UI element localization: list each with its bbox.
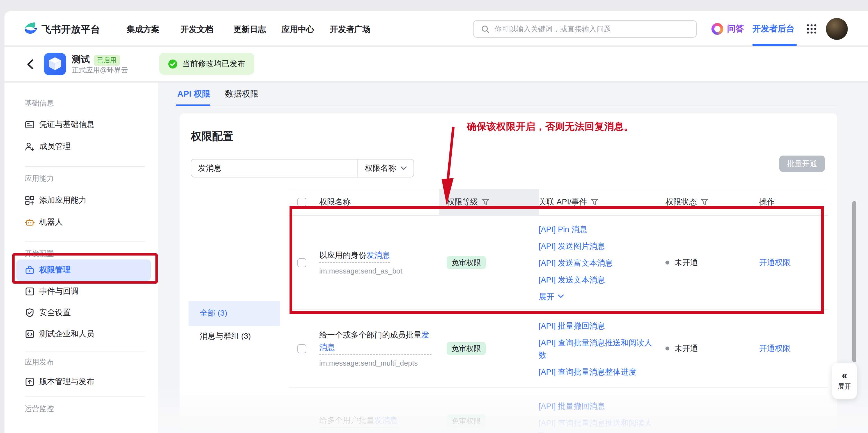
active-nav-underline	[752, 44, 797, 46]
search-filter-select[interactable]: 权限名称	[358, 160, 413, 177]
sidebar-section-capability: 应用能力	[25, 174, 54, 184]
member-add-icon	[25, 142, 35, 152]
sidebar-divider	[25, 166, 145, 167]
col-header-action: 操作	[759, 197, 828, 207]
sidebar-item-label: 事件与回调	[39, 286, 79, 296]
expand-panel-label: 展开	[838, 382, 851, 391]
app-cube-icon	[44, 53, 66, 75]
sidebar-item-test-org[interactable]: 测试企业和人员	[25, 329, 94, 339]
header-checkbox[interactable]	[298, 198, 306, 207]
sidebar-item-version[interactable]: 版本管理与发布	[25, 377, 94, 387]
sidebar-item-credentials[interactable]: 凭证与基础信息	[25, 120, 94, 130]
qa-link[interactable]: 问答	[727, 24, 744, 34]
robot-icon	[25, 217, 35, 227]
nav-link-devplaza[interactable]: 开发者广场	[330, 24, 371, 35]
sidebar-item-label: 安全设置	[39, 308, 71, 318]
sidebar-item-label: 成员管理	[39, 142, 71, 152]
nav-link-solutions[interactable]: 集成方案	[127, 24, 159, 35]
blocks-plus-icon	[25, 196, 35, 206]
group-all[interactable]: 全部 (3)	[188, 301, 280, 326]
screen: 飞书开放平台 集成方案 开发文档 更新日志 应用中心 开发者广场 你可以输入关键…	[0, 0, 868, 433]
permission-search-field[interactable]: 权限名称	[191, 159, 414, 177]
global-search-placeholder: 你可以输入关键词，或直接输入问题	[494, 24, 611, 34]
user-avatar[interactable]	[826, 18, 848, 40]
sidebar-item-label: 添加应用能力	[39, 196, 86, 206]
developer-console-link[interactable]: 开发者后台	[752, 24, 795, 34]
app-subtitle: 正式应用@环界云	[72, 66, 128, 75]
publish-status-text: 当前修改均已发布	[182, 59, 245, 69]
annotation-note: 确保该权限开启，否则无法回复消息。	[467, 120, 634, 133]
table-row: 给一个或多个部门的成员批量发消息 im:message:send_multi_d…	[289, 310, 828, 387]
check-circle-icon	[168, 59, 178, 69]
permission-scope: im:message:send_multi_depts	[319, 358, 434, 368]
group-message[interactable]: 消息与群组 (3)	[188, 330, 280, 343]
app-enabled-badge: 已启用	[94, 55, 120, 66]
filter-funnel-icon[interactable]	[701, 199, 708, 206]
permission-name[interactable]: 给一个或多个部门的成员批量发消息	[319, 328, 432, 355]
logo-text[interactable]: 飞书开放平台	[41, 23, 100, 36]
sidebar-item-members[interactable]: 成员管理	[25, 142, 71, 152]
tab-data-permission[interactable]: 数据权限	[225, 89, 259, 99]
bottom-fade	[158, 387, 868, 433]
sidebar-divider	[25, 352, 145, 352]
sidebar-section-release: 应用发布	[25, 357, 54, 367]
level-badge: 免审权限	[446, 342, 486, 355]
nav-link-docs[interactable]: 开发文档	[181, 24, 213, 35]
app-header-bar	[4, 47, 868, 82]
sidebar-item-events[interactable]: 事件与回调	[25, 286, 79, 296]
annotation-arrow	[436, 125, 461, 207]
search-filter-label: 权限名称	[365, 163, 396, 173]
sidebar-item-label: 凭证与基础信息	[39, 120, 94, 130]
sidebar-item-label: 机器人	[39, 217, 63, 227]
sidebar-item-label: 测试企业和人员	[39, 329, 94, 339]
row-checkbox[interactable]	[298, 344, 306, 353]
nav-link-changelog[interactable]: 更新日志	[234, 24, 266, 35]
vertical-scrollbar[interactable]	[852, 201, 856, 362]
sidebar-item-add-capability[interactable]: 添加应用能力	[25, 196, 86, 206]
sidebar-section-monitoring: 运营监控	[25, 404, 54, 414]
qa-gradient-ring-icon[interactable]	[711, 23, 723, 35]
id-card-icon	[25, 120, 35, 130]
sidebar-item-bot[interactable]: 机器人	[25, 217, 63, 227]
sidebar-divider	[25, 241, 145, 242]
annotation-box-sidebar	[12, 253, 158, 284]
col-header-api[interactable]: 关联 API/事件	[539, 197, 665, 207]
app-name: 测试	[72, 54, 90, 66]
tab-api-permission[interactable]: API 权限	[177, 89, 210, 99]
col-header-name: 权限名称	[319, 197, 446, 207]
code-brackets-icon	[25, 329, 35, 339]
shield-check-icon	[25, 308, 35, 318]
annotation-box-table-row	[289, 206, 824, 314]
active-tab-underline	[176, 105, 210, 106]
chevron-down-icon	[401, 166, 407, 170]
apps-grid-icon[interactable]	[806, 24, 817, 34]
api-link[interactable]: [API] 批量撤回消息	[539, 319, 658, 331]
search-icon	[481, 25, 490, 34]
col-header-status[interactable]: 权限状态	[665, 197, 759, 207]
back-chevron-icon[interactable]	[26, 59, 35, 70]
nav-link-appcenter[interactable]: 应用中心	[282, 24, 314, 35]
api-link[interactable]: [API] 查询批量消息推送和阅读人数	[539, 336, 658, 361]
sidebar-item-security[interactable]: 安全设置	[25, 308, 71, 318]
panel-title: 权限配置	[191, 129, 234, 144]
expand-side-panel-button[interactable]: « 展开	[832, 363, 857, 399]
status-dot-icon	[665, 347, 670, 350]
publish-up-icon	[25, 377, 35, 387]
api-link[interactable]: [API] 查询批量消息整体进度	[539, 365, 658, 378]
event-callback-icon	[25, 286, 35, 296]
status-badge: 未开通	[665, 343, 759, 353]
filter-funnel-icon[interactable]	[591, 199, 598, 206]
sidebar-section-basic-info: 基础信息	[25, 98, 54, 108]
publish-status-pill: 当前修改均已发布	[159, 53, 254, 75]
feishu-logo-icon[interactable]	[23, 21, 39, 38]
bulk-open-button[interactable]: 批量开通	[779, 155, 825, 172]
double-chevron-left-icon: «	[842, 370, 847, 380]
sidebar-divider	[25, 396, 145, 397]
sidebar-item-label: 版本管理与发布	[39, 377, 94, 387]
tabs-divider	[176, 106, 837, 106]
open-permission-link[interactable]: 开通权限	[759, 344, 790, 353]
permission-search-input[interactable]	[198, 160, 355, 176]
filter-funnel-icon[interactable]	[482, 199, 489, 206]
